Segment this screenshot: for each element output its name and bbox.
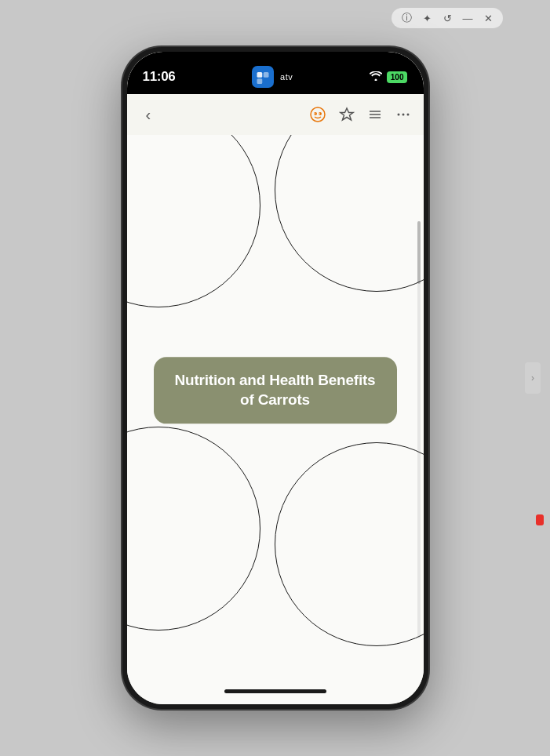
circle-top-right — [275, 135, 424, 292]
close-button[interactable]: ✕ — [481, 11, 495, 25]
svg-rect-2 — [257, 78, 263, 84]
circle-bottom-left — [127, 427, 260, 631]
status-bar: 11:06 atv — [127, 52, 424, 94]
red-indicator — [536, 514, 544, 525]
list-icon[interactable] — [367, 107, 383, 122]
status-center: atv — [252, 66, 293, 88]
phone-frame: 11:06 atv — [122, 47, 428, 709]
atv-label: atv — [280, 72, 293, 82]
history-icon[interactable]: ↺ — [440, 11, 454, 25]
info-icon[interactable]: ⓘ — [399, 11, 413, 25]
phone-screen: 11:06 atv — [127, 52, 424, 704]
wifi-icon — [370, 71, 382, 83]
svg-point-6 — [314, 113, 315, 114]
star-icon[interactable]: ✦ — [420, 11, 434, 25]
nav-bar: ‹ — [127, 94, 424, 135]
scroll-track — [417, 221, 421, 638]
side-arrow-button[interactable]: › — [525, 362, 541, 394]
status-time: 11:06 — [143, 69, 176, 85]
svg-rect-0 — [257, 72, 263, 78]
central-node[interactable]: Nutrition and Health Benefits of Carrots — [154, 357, 397, 423]
svg-point-13 — [406, 114, 409, 116]
svg-point-11 — [397, 114, 399, 116]
central-node-text: Nutrition and Health Benefits of Carrots — [175, 372, 376, 408]
more-icon[interactable] — [395, 107, 411, 122]
circle-top-left — [127, 135, 260, 307]
pin-icon[interactable] — [339, 107, 355, 122]
home-indicator — [127, 678, 424, 704]
mind-map-content: Nutrition and Health Benefits of Carrots — [127, 135, 424, 678]
circle-bottom-right — [275, 442, 424, 646]
home-bar — [224, 689, 326, 693]
window-chrome: ⓘ ✦ ↺ — ✕ — [392, 8, 503, 28]
scroll-thumb[interactable] — [417, 221, 421, 284]
svg-point-3 — [311, 107, 325, 122]
app-icon — [252, 66, 274, 88]
status-right: 100 — [370, 71, 408, 83]
back-button[interactable]: ‹ — [140, 103, 158, 127]
minimize-button[interactable]: — — [461, 11, 475, 25]
app-logo-icon — [256, 70, 270, 84]
battery-badge: 100 — [387, 71, 408, 83]
nav-right — [309, 106, 411, 123]
svg-point-12 — [402, 114, 404, 116]
nav-left: ‹ — [140, 103, 158, 127]
monster-icon[interactable] — [309, 106, 326, 123]
svg-point-7 — [319, 113, 320, 114]
svg-rect-1 — [264, 72, 269, 78]
